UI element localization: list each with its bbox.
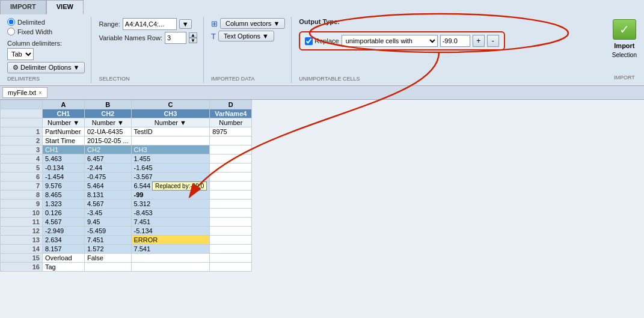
file-tab-close[interactable]: ×	[38, 90, 42, 96]
delimited-radio-row: Delimited	[7, 18, 85, 26]
cell-c: -5.134	[131, 227, 210, 236]
text-icon: T	[211, 32, 216, 41]
cell-b: 02-UA-6435	[85, 127, 132, 136]
cell-b: CH2	[85, 145, 132, 154]
cell-c: 7.541	[131, 245, 210, 254]
row-num-cell: 5	[1, 164, 43, 173]
cell-d	[210, 173, 252, 182]
table-row: 1PartNumber02-UA-6435TestID8975	[1, 127, 252, 136]
cell-a: CH1	[43, 145, 85, 154]
row-num-cell: 11	[1, 218, 43, 227]
imported-data-inner: ⊞ Column vectors ▼ T Text Options ▼	[211, 18, 285, 41]
unimportable-cells-select[interactable]: unimportable cells with	[342, 35, 438, 47]
cell-c	[131, 136, 210, 145]
varnames-input[interactable]	[165, 32, 186, 44]
cell-b: 4.567	[85, 200, 132, 209]
plus-btn[interactable]: +	[473, 35, 485, 47]
row-num-cell: 2	[1, 136, 43, 145]
row-num-cell: 9	[1, 200, 43, 209]
table-container[interactable]: A B C D CH1 CH2 CH3 VarName4 Numbe	[0, 100, 644, 318]
data-table: A B C D CH1 CH2 CH3 VarName4 Numbe	[0, 100, 252, 272]
col-c-header: C	[131, 100, 210, 109]
col-letter-row: A B C D	[1, 100, 252, 109]
cell-a: 8.465	[43, 191, 85, 200]
import-section: ✓ Import Selection IMPORT	[610, 17, 639, 83]
ch1-header: CH1	[43, 109, 85, 118]
file-tab[interactable]: myFile.txt ×	[2, 87, 48, 98]
fixed-width-radio[interactable]	[7, 28, 15, 35]
cell-a: Overload	[43, 254, 85, 263]
col-name-row: CH1 CH2 CH3 VarName4	[1, 109, 252, 118]
row-num-cell: 13	[1, 236, 43, 245]
selection-inner: Range: ▼ Variable Names Row: ▲ ▼	[99, 18, 197, 44]
cell-a: 1.323	[43, 200, 85, 209]
tab-bar: IMPORT VIEW	[0, 0, 644, 14]
delimiters-group-label: DELIMITERS	[7, 76, 40, 82]
cell-c: -8.453	[131, 209, 210, 218]
table-row: 12-2.949-5.459-5.134	[1, 227, 252, 236]
cell-d	[210, 200, 252, 209]
table-row: 2Start Time2015-02-05 ...	[1, 136, 252, 145]
checkmark-icon: ✓	[619, 22, 630, 37]
cell-a: 2.634	[43, 236, 85, 245]
corner-header	[1, 100, 43, 109]
col-vectors-chevron: ▼	[273, 20, 280, 27]
delimited-label: Delimited	[17, 19, 45, 26]
delimited-radio[interactable]	[7, 18, 15, 26]
col-a-header: A	[43, 100, 85, 109]
file-tab-name: myFile.txt	[8, 89, 36, 96]
table-row: 5-0.134-2.44-1.645	[1, 164, 252, 173]
cell-b: 9.45	[85, 218, 132, 227]
minus-btn[interactable]: -	[487, 35, 499, 47]
text-options-row: T Text Options ▼	[211, 31, 285, 41]
column-vectors-btn[interactable]: Column vectors ▼	[220, 18, 285, 29]
cell-b: -2.44	[85, 164, 132, 173]
col-type-row: Number ▼ Number ▼ Number ▼ Number	[1, 118, 252, 127]
import-btn[interactable]: ✓	[613, 19, 636, 40]
range-input[interactable]	[123, 18, 177, 30]
col-vectors-label: Column vectors	[225, 20, 271, 27]
content-area: myFile.txt × A B C D CH1	[0, 86, 644, 318]
varnames-up-btn[interactable]: ▲	[189, 32, 197, 38]
text-options-btn[interactable]: Text Options ▼	[218, 31, 274, 41]
varnames-down-btn[interactable]: ▼	[189, 38, 197, 43]
row-num-cell: 4	[1, 154, 43, 164]
col-delimiters-label: Column delimiters:	[7, 40, 62, 47]
ch2-header: CH2	[85, 109, 132, 118]
table-row: 91.3234.5675.312	[1, 200, 252, 209]
cell-b: -0.475	[85, 173, 132, 182]
delimiter-options-icon: ⚙	[13, 64, 19, 71]
table-row: 114.5679.457.451	[1, 218, 252, 227]
cell-c	[131, 263, 210, 272]
range-dropdown-btn[interactable]: ▼	[179, 19, 192, 29]
replace-value-input[interactable]	[440, 35, 470, 47]
selection-sublabel: Selection	[612, 52, 637, 58]
col-d-type: Number	[210, 118, 252, 127]
col-d-header: D	[210, 100, 252, 109]
tab-import[interactable]: IMPORT	[0, 0, 46, 14]
delimiter-options-btn[interactable]: ⚙ Delimiter Options ▼	[7, 62, 85, 73]
cell-d	[210, 182, 252, 191]
cell-b: 6.457	[85, 154, 132, 164]
cell-b: -5.459	[85, 227, 132, 236]
cell-d	[210, 145, 252, 154]
cell-b	[85, 263, 132, 272]
delimiter-select[interactable]: Tab	[7, 48, 34, 60]
row-num-cell: 15	[1, 254, 43, 263]
cell-c: -1.645	[131, 164, 210, 173]
fixed-width-label: Fixed Width	[17, 28, 52, 35]
table-body: 1PartNumber02-UA-6435TestID89752Start Ti…	[1, 127, 252, 272]
table-row: 45.4636.4571.455	[1, 154, 252, 164]
cell-c: 6.544 Replaced by:-99.0	[131, 182, 210, 191]
replace-checkbox[interactable]	[305, 37, 313, 45]
cell-b: 7.451	[85, 236, 132, 245]
cell-b: 2015-02-05 ...	[85, 136, 132, 145]
matrix-icon: ⊞	[211, 19, 218, 28]
type-row-num	[1, 118, 43, 127]
cell-c: CH3	[131, 145, 210, 154]
cell-d	[210, 209, 252, 218]
cell-a: 4.567	[43, 218, 85, 227]
cell-b: 5.464	[85, 182, 132, 191]
table-row: 132.6347.451ERROR	[1, 236, 252, 245]
tab-view[interactable]: VIEW	[46, 0, 84, 14]
